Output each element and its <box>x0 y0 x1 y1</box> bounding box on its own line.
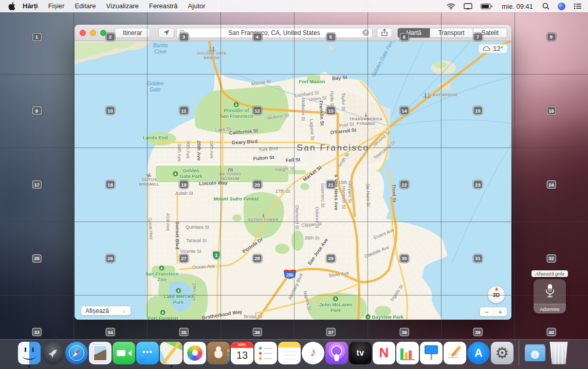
dock-item-calendar[interactable]: NOV.13 <box>231 342 254 364</box>
tv-icon[interactable]: tv <box>349 342 372 364</box>
share-button[interactable] <box>377 28 392 38</box>
menu-items: HărțiFișierEditareVizualizareFereastrăAj… <box>17 0 211 12</box>
close-window-button[interactable] <box>80 30 86 36</box>
window-toolbar: Itinerar San Francisco, CA, United State… <box>75 25 511 41</box>
3d-label: 3D <box>492 292 500 298</box>
menu-item-fișier[interactable]: Fișier <box>43 0 70 12</box>
map-canvas[interactable]: Bonita CoveGOLDEN GATE BRIDGEGolden Gate… <box>75 41 511 320</box>
dock-item-sysprefs[interactable]: ⚙ <box>491 342 514 364</box>
dock-item-messages[interactable]: ••• <box>136 342 159 364</box>
keynote-icon[interactable] <box>420 342 443 364</box>
dock-item-finder[interactable] <box>18 342 41 364</box>
wifi-icon[interactable] <box>447 3 455 10</box>
dock-item-tv[interactable]: tv <box>349 342 372 364</box>
menu-item-ajutor[interactable]: Ajutor <box>183 0 211 12</box>
microphone-icon <box>544 279 556 304</box>
menu-bar: HărțiFișierEditareVizualizareFereastrăAj… <box>0 0 588 12</box>
current-location-button[interactable] <box>158 28 174 38</box>
appstore-icon[interactable]: A <box>467 342 490 364</box>
launchpad-icon[interactable] <box>42 342 64 364</box>
reminders-icon[interactable] <box>254 342 277 364</box>
dock-item-pages[interactable] <box>444 342 467 364</box>
mail-icon[interactable] <box>89 342 112 364</box>
calendar-icon[interactable]: NOV.13 <box>231 342 253 364</box>
dock-item-appstore[interactable]: A <box>467 342 490 364</box>
dock-item-photos[interactable] <box>183 342 207 364</box>
safari-icon[interactable] <box>65 342 88 364</box>
dock-item-facetime[interactable] <box>113 342 136 364</box>
menu-bar-clock[interactable]: mie. 09:41 <box>501 3 534 10</box>
tab-transport[interactable]: Transport <box>430 28 473 38</box>
menu-item-hărți[interactable]: Hărți <box>17 0 43 12</box>
clear-search-icon[interactable]: ✕ <box>362 29 369 36</box>
search-field[interactable]: San Francisco, CA, United States ✕ <box>176 28 373 38</box>
dock-separator <box>519 341 519 365</box>
show-dropdown-label: Afișează <box>85 307 109 315</box>
podcasts-icon[interactable] <box>325 342 348 364</box>
trash-icon[interactable] <box>547 342 570 364</box>
dock: •••NOV.13♪tvNA⚙↓ <box>0 339 588 369</box>
contacts-icon[interactable] <box>207 342 230 364</box>
screen-mirroring-icon[interactable] <box>464 3 472 10</box>
map-type-segmented-control: HartăTransportSatelit <box>397 28 507 38</box>
dock-item-music[interactable]: ♪ <box>302 342 325 364</box>
finder-icon[interactable] <box>18 342 41 364</box>
show-dropdown[interactable]: Afișează ⌄ <box>81 306 131 316</box>
voice-control-panel[interactable]: Adormire <box>534 279 566 313</box>
pages-icon[interactable] <box>444 342 466 364</box>
dock-item-launchpad[interactable] <box>42 342 65 364</box>
map-graphics <box>75 41 511 320</box>
minimize-window-button[interactable] <box>90 30 96 36</box>
desktop: HărțiFișierEditareVizualizareFereastrăAj… <box>0 0 588 369</box>
3d-compass-button[interactable]: 3D <box>488 286 505 303</box>
maps-window: Itinerar San Francisco, CA, United State… <box>75 25 511 320</box>
voice-control-menu-icon[interactable] <box>574 3 582 9</box>
running-indicator <box>28 365 30 367</box>
dock-item-safari[interactable] <box>65 342 88 364</box>
directions-button[interactable]: Itinerar <box>115 28 150 38</box>
menu-item-vizualizare[interactable]: Vizualizare <box>101 0 144 12</box>
search-value: San Francisco, CA, United States <box>186 29 362 36</box>
news-icon[interactable]: N <box>373 342 395 364</box>
downloads-icon[interactable]: ↓ <box>524 342 546 364</box>
dock-item-mail[interactable] <box>89 342 112 364</box>
weather-widget[interactable]: 12° <box>479 44 507 53</box>
running-indicator <box>170 365 172 367</box>
zoom-window-button[interactable] <box>100 30 106 36</box>
dock-item-maps[interactable] <box>160 342 183 364</box>
search-icon <box>180 30 186 35</box>
sysprefs-icon[interactable]: ⚙ <box>491 342 513 364</box>
tab-satelit[interactable]: Satelit <box>473 28 507 38</box>
cloud-icon <box>483 46 490 51</box>
dock-item-numbers[interactable] <box>396 342 419 364</box>
voice-control-tooltip: Afișează grila <box>531 270 568 277</box>
status-icons: mie. 09:41 <box>447 3 582 10</box>
dock-item-news[interactable]: N <box>373 342 396 364</box>
dock-item-keynote[interactable] <box>420 342 443 364</box>
dock-item-contacts[interactable] <box>207 342 230 364</box>
siri-icon[interactable] <box>558 3 565 10</box>
dock-item-reminders[interactable] <box>254 342 278 364</box>
dock-item-notes[interactable] <box>278 342 301 364</box>
music-icon[interactable]: ♪ <box>302 342 324 364</box>
maps-icon[interactable] <box>160 342 182 364</box>
menu-item-editare[interactable]: Editare <box>69 0 101 12</box>
voice-control-sleep-button[interactable]: Adormire <box>534 304 566 313</box>
photos-icon[interactable] <box>183 342 206 364</box>
numbers-icon[interactable] <box>396 342 419 364</box>
facetime-icon[interactable] <box>113 342 135 364</box>
zoom-out-button[interactable]: − <box>480 307 493 316</box>
zoom-in-button[interactable]: + <box>493 307 507 316</box>
apple-menu-icon[interactable] <box>6 2 17 10</box>
tab-hartă[interactable]: Hartă <box>398 28 430 38</box>
notes-icon[interactable] <box>278 342 301 364</box>
menu-item-fereastră[interactable]: Fereastră <box>144 0 183 12</box>
dock-item-downloads[interactable]: ↓ <box>524 342 547 364</box>
dock-item-trash[interactable] <box>547 342 571 364</box>
messages-icon[interactable]: ••• <box>136 342 159 364</box>
chevron-down-icon: ⌄ <box>122 308 126 313</box>
zoom-controls: − + <box>480 307 507 317</box>
spotlight-icon[interactable] <box>542 3 549 10</box>
battery-icon[interactable] <box>481 4 492 9</box>
dock-item-podcasts[interactable] <box>325 342 348 364</box>
